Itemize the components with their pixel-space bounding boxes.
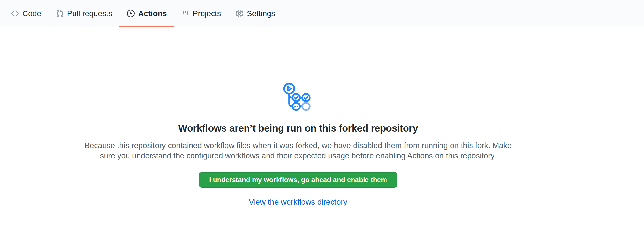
repo-tabs: Code Pull requests Actions Projects Sett bbox=[4, 0, 282, 27]
tab-actions[interactable]: Actions bbox=[120, 0, 174, 27]
workflows-link-row: View the workflows directory bbox=[0, 197, 596, 206]
tab-actions-label: Actions bbox=[138, 10, 166, 17]
tab-projects[interactable]: Projects bbox=[174, 0, 228, 27]
play-circle-icon bbox=[127, 10, 134, 17]
repo-tab-bar: Code Pull requests Actions Projects Sett bbox=[0, 0, 644, 28]
tab-settings-label: Settings bbox=[247, 10, 275, 17]
gear-icon bbox=[236, 10, 243, 17]
view-workflows-directory-link[interactable]: View the workflows directory bbox=[249, 197, 347, 206]
tab-projects-label: Projects bbox=[193, 10, 221, 17]
git-pull-request-icon bbox=[56, 10, 64, 17]
page-title: Workflows aren’t being run on this forke… bbox=[0, 123, 596, 134]
tab-settings[interactable]: Settings bbox=[228, 0, 282, 27]
tab-code[interactable]: Code bbox=[4, 0, 48, 27]
actions-blankslate-page: Workflows aren’t being run on this forke… bbox=[0, 28, 644, 206]
blankslate: Workflows aren’t being run on this forke… bbox=[0, 28, 596, 206]
blankslate-description: Because this repository contained workfl… bbox=[80, 140, 516, 161]
tab-pull-requests[interactable]: Pull requests bbox=[48, 0, 120, 27]
enable-workflows-button[interactable]: I understand my workflows, go ahead and … bbox=[199, 172, 397, 188]
project-board-icon bbox=[182, 10, 189, 17]
tab-pull-requests-label: Pull requests bbox=[67, 10, 112, 17]
code-icon bbox=[11, 10, 19, 17]
tab-code-label: Code bbox=[22, 10, 41, 17]
workflow-graph-icon bbox=[282, 83, 314, 112]
